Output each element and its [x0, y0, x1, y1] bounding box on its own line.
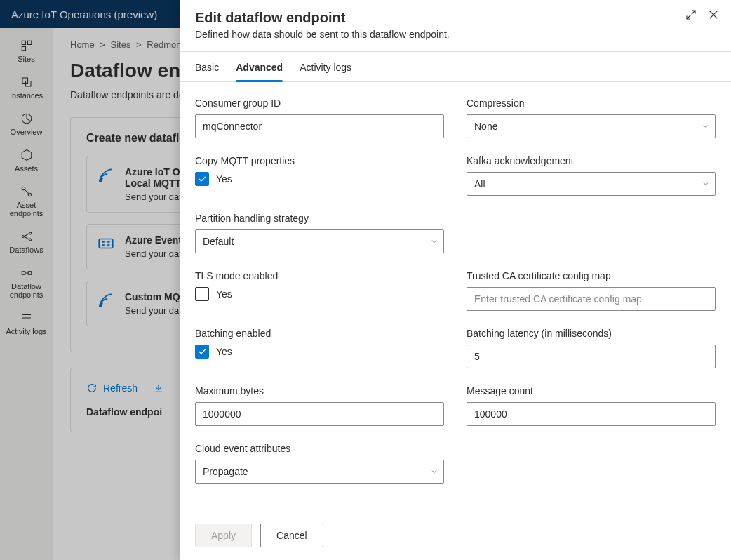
expand-icon[interactable] [685, 8, 697, 21]
field-compression: Compression [467, 98, 716, 138]
label-message-count: Message count [467, 385, 716, 396]
tab-basic[interactable]: Basic [195, 52, 219, 81]
select-partition-strategy[interactable] [195, 229, 444, 253]
input-consumer-group-id[interactable] [195, 114, 444, 138]
checkbox-batching-enabled[interactable] [195, 345, 209, 359]
field-trusted-ca: Trusted CA certificate config map [467, 270, 716, 311]
checkbox-copy-mqtt[interactable] [195, 172, 209, 186]
label-kafka-ack: Kafka acknowledgement [467, 155, 716, 166]
label-batching-latency: Batching latency (in milliseconds) [467, 328, 716, 339]
field-message-count: Message count [467, 385, 716, 426]
field-consumer-group-id: Consumer group ID [195, 98, 444, 138]
check-icon [197, 174, 207, 184]
flyout-header: Edit dataflow endpoint Defined how data … [180, 0, 731, 52]
field-batching-latency: Batching latency (in milliseconds) [467, 328, 716, 368]
label-tls-mode: TLS mode enabled [195, 270, 444, 281]
field-copy-mqtt: Copy MQTT properties Yes [195, 155, 444, 196]
field-kafka-ack: Kafka acknowledgement [467, 155, 716, 196]
flyout-body: Consumer group ID Compression Copy MQTT … [180, 82, 731, 514]
label-compression: Compression [467, 98, 716, 109]
tab-advanced[interactable]: Advanced [236, 52, 283, 81]
field-batching-enabled: Batching enabled Yes [195, 328, 444, 368]
select-compression[interactable] [467, 114, 716, 138]
flyout-footer: Apply Cancel [180, 514, 731, 560]
input-max-bytes[interactable] [195, 402, 444, 426]
checkbox-tls-mode[interactable] [195, 287, 209, 301]
flyout-title: Edit dataflow endpoint [195, 10, 716, 26]
label-batching-enabled: Batching enabled [195, 328, 444, 339]
checkbox-batching-enabled-label: Yes [216, 346, 232, 357]
field-tls-mode: TLS mode enabled Yes [195, 270, 444, 311]
check-icon [197, 347, 207, 356]
select-kafka-ack[interactable] [467, 172, 716, 196]
select-cloud-event-attrs[interactable] [195, 460, 444, 484]
field-cloud-event-attrs: Cloud event attributes [195, 443, 444, 484]
input-message-count[interactable] [467, 402, 716, 426]
tab-activity-logs[interactable]: Activity logs [300, 52, 351, 81]
close-icon[interactable] [707, 8, 720, 21]
input-trusted-ca[interactable] [467, 287, 716, 311]
field-empty-r7 [467, 443, 716, 484]
cancel-button[interactable]: Cancel [260, 524, 323, 547]
label-trusted-ca: Trusted CA certificate config map [467, 270, 716, 281]
checkbox-tls-mode-label: Yes [216, 288, 232, 300]
flyout-subtitle: Defined how data should be sent to this … [195, 29, 716, 40]
input-batching-latency[interactable] [467, 345, 716, 368]
flyout-tabs: Basic Advanced Activity logs [180, 52, 731, 82]
label-consumer-group-id: Consumer group ID [195, 98, 444, 109]
label-cloud-event-attrs: Cloud event attributes [195, 443, 444, 454]
edit-endpoint-flyout: Edit dataflow endpoint Defined how data … [180, 0, 731, 560]
apply-button[interactable]: Apply [195, 524, 252, 547]
field-empty-r3 [467, 213, 716, 253]
field-max-bytes: Maximum bytes [195, 385, 444, 426]
label-max-bytes: Maximum bytes [195, 385, 444, 396]
checkbox-copy-mqtt-label: Yes [216, 173, 232, 185]
label-copy-mqtt: Copy MQTT properties [195, 155, 444, 166]
label-partition-strategy: Partition handling strategy [195, 213, 444, 224]
field-partition-strategy: Partition handling strategy [195, 213, 444, 253]
